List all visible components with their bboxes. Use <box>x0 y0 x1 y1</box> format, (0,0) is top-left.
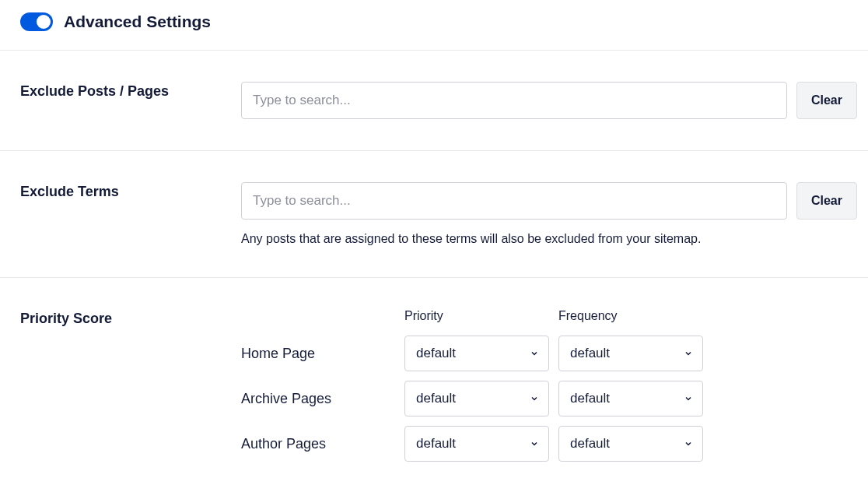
home-frequency-select-wrap: default <box>558 336 703 371</box>
archive-priority-select[interactable]: default <box>404 381 549 416</box>
advanced-settings-toggle[interactable] <box>20 12 53 31</box>
advanced-settings-header: Advanced Settings <box>0 0 868 51</box>
priority-grid: Priority Frequency Home Page default def… <box>241 309 857 466</box>
priority-row-label-home: Home Page <box>241 336 395 371</box>
exclude-terms-clear-button[interactable]: Clear <box>796 182 857 220</box>
author-priority-select-wrap: default <box>404 426 549 462</box>
exclude-posts-content: Clear <box>241 82 868 119</box>
exclude-posts-row: Exclude Posts / Pages Clear <box>0 51 868 151</box>
priority-score-row: Priority Score Priority Frequency Home P… <box>0 278 868 492</box>
author-frequency-select-wrap: default <box>558 426 703 462</box>
exclude-terms-input-row: Clear <box>241 182 857 220</box>
frequency-col-header: Frequency <box>558 309 703 331</box>
exclude-terms-label: Exclude Terms <box>20 182 241 246</box>
advanced-settings-title: Advanced Settings <box>64 12 211 31</box>
exclude-terms-row: Exclude Terms Clear Any posts that are a… <box>0 151 868 278</box>
priority-row-label-archive: Archive Pages <box>241 381 395 416</box>
exclude-posts-input-row: Clear <box>241 82 857 119</box>
archive-frequency-select[interactable]: default <box>558 381 703 416</box>
home-priority-select-wrap: default <box>404 336 549 371</box>
toggle-knob <box>37 15 51 29</box>
exclude-posts-input[interactable] <box>241 82 787 119</box>
priority-score-content: Priority Frequency Home Page default def… <box>241 309 868 466</box>
exclude-terms-content: Clear Any posts that are assigned to the… <box>241 182 868 246</box>
exclude-posts-clear-button[interactable]: Clear <box>796 82 857 119</box>
priority-col-spacer <box>241 316 395 324</box>
author-frequency-select[interactable]: default <box>558 426 703 462</box>
author-priority-select[interactable]: default <box>404 426 549 462</box>
priority-col-header: Priority <box>404 309 549 331</box>
home-frequency-select[interactable]: default <box>558 336 703 371</box>
exclude-posts-label: Exclude Posts / Pages <box>20 82 241 119</box>
home-priority-select[interactable]: default <box>404 336 549 371</box>
exclude-terms-input[interactable] <box>241 182 787 220</box>
priority-row-label-author: Author Pages <box>241 427 395 462</box>
exclude-terms-helper: Any posts that are assigned to these ter… <box>241 232 857 246</box>
priority-score-label: Priority Score <box>20 309 241 466</box>
archive-frequency-select-wrap: default <box>558 381 703 416</box>
archive-priority-select-wrap: default <box>404 381 549 416</box>
